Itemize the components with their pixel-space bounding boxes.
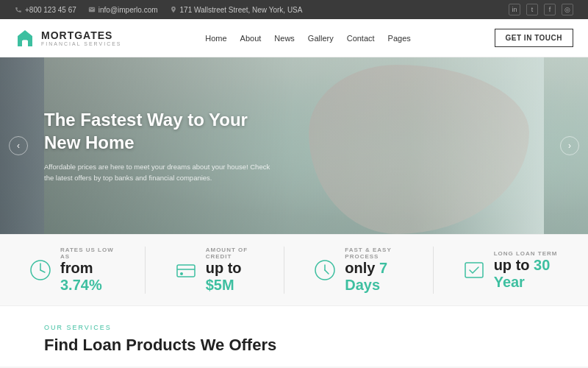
nav-news[interactable]: News	[274, 34, 295, 43]
svg-point-6	[180, 272, 183, 275]
stat-process-text: FAST & EASY PROCESS only 7 Days	[345, 247, 403, 294]
nav-gallery[interactable]: Gallery	[308, 34, 334, 43]
stat-credit-label: AMOUNT OF CREDIT	[206, 247, 255, 260]
stat-loan-term-text: LONG LOAN TERM up to 30 Year	[494, 250, 559, 291]
hero-title: The Fastest Way to Your New Home	[44, 108, 279, 154]
nav-home[interactable]: Home	[205, 34, 226, 43]
svg-line-9	[325, 270, 329, 274]
stat-credit-value: up to $5M	[206, 260, 255, 294]
main-nav: Home About News Gallery Contact Pages	[205, 34, 411, 43]
email-item: info@imperlo.com	[88, 6, 158, 14]
header: MORTGATES FINANCIAL SERVICES Home About …	[0, 19, 588, 57]
nav-contact[interactable]: Contact	[347, 34, 375, 43]
phone-item: +800 123 45 67	[15, 6, 76, 14]
linkedin-icon[interactable]: in	[509, 4, 520, 15]
stat-loan-term-label: LONG LOAN TERM	[494, 250, 559, 257]
logo-sub: FINANCIAL SERVICES	[41, 41, 122, 46]
logo-icon	[15, 28, 35, 49]
stat-rates-value: from 3.74%	[60, 260, 115, 294]
process-icon	[314, 259, 336, 281]
carousel-prev-button[interactable]: ‹	[9, 136, 28, 155]
instagram-icon[interactable]: ◎	[562, 4, 573, 15]
social-links: in t f ◎	[509, 4, 573, 15]
stat-rates-text: RATES US LOW AS from 3.74%	[60, 247, 115, 294]
get-in-touch-button[interactable]: GET IN TOUCH	[495, 29, 573, 47]
hero-section: The Fastest Way to Your New Home Afforda…	[0, 57, 588, 234]
hero-subtitle: Affordable prices are here to meet your …	[44, 161, 279, 183]
stat-process-label: FAST & EASY PROCESS	[345, 247, 403, 260]
email-icon	[88, 6, 96, 13]
stats-bar: RATES US LOW AS from 3.74% AMOUNT OF CRE…	[0, 234, 588, 306]
stat-rates-label: RATES US LOW AS	[60, 247, 115, 260]
stat-credit-text: AMOUNT OF CREDIT up to $5M	[206, 247, 255, 294]
top-bar-left: +800 123 45 67 info@imperlo.com 171 Wall…	[15, 6, 302, 14]
nav-pages[interactable]: Pages	[388, 34, 411, 43]
credit-icon	[175, 259, 197, 281]
address-item: 171 Wallstreet Street, New York, USA	[170, 6, 303, 14]
svg-rect-0	[23, 40, 27, 44]
email-text: info@imperlo.com	[98, 6, 158, 14]
svg-rect-4	[177, 265, 195, 277]
services-section: OUR SERVICES Find Loan Products We Offer…	[0, 306, 588, 367]
address-text: 171 Wallstreet Street, New York, USA	[180, 6, 303, 14]
hero-content: The Fastest Way to Your New Home Afforda…	[0, 108, 279, 184]
location-icon	[170, 6, 177, 13]
services-label: OUR SERVICES	[44, 324, 544, 331]
stat-rates: RATES US LOW AS from 3.74%	[0, 247, 146, 294]
facebook-icon[interactable]: f	[544, 4, 556, 15]
twitter-icon[interactable]: t	[526, 4, 538, 15]
stat-loan-term: LONG LOAN TERM up to 30 Year	[434, 247, 588, 294]
stat-loan-term-value: up to 30 Year	[494, 257, 559, 291]
stat-credit: AMOUNT OF CREDIT up to $5M	[146, 247, 285, 294]
top-bar: +800 123 45 67 info@imperlo.com 171 Wall…	[0, 0, 588, 19]
services-title: Find Loan Products We Offers	[44, 336, 544, 355]
logo-name: MORTGATES	[41, 29, 122, 41]
svg-line-3	[40, 270, 45, 272]
loan-term-icon	[463, 259, 485, 281]
logo-text: MORTGATES FINANCIAL SERVICES	[41, 29, 122, 46]
phone-icon	[15, 6, 22, 13]
stat-process: FAST & EASY PROCESS only 7 Days	[284, 247, 433, 294]
stat-process-value: only 7 Days	[345, 260, 403, 294]
nav-about[interactable]: About	[240, 34, 262, 43]
phone-text: +800 123 45 67	[25, 6, 76, 14]
logo: MORTGATES FINANCIAL SERVICES	[15, 28, 122, 49]
svg-rect-10	[465, 263, 483, 277]
rates-icon	[29, 259, 51, 281]
carousel-next-button[interactable]: ›	[560, 136, 579, 155]
